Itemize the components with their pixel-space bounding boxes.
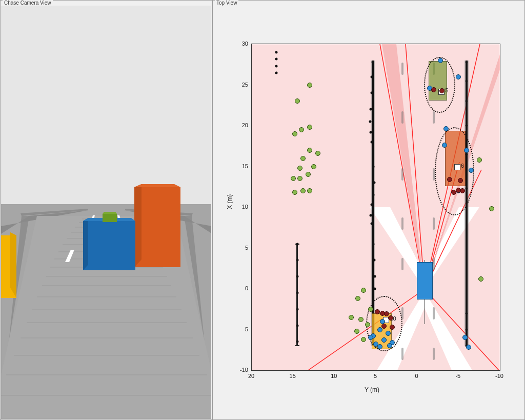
- detection-blue: [456, 74, 461, 79]
- detection-green: [349, 315, 354, 320]
- detection-black: [372, 194, 375, 196]
- detection-green: [307, 83, 312, 88]
- detection-black: [466, 61, 468, 63]
- detection-black: [370, 204, 373, 206]
- detection-black: [370, 214, 372, 216]
- top-view-plot[interactable]: Y (m) X (m) 20151050-5-10 -10-5051015202…: [213, 7, 524, 419]
- x-tick: -10: [495, 373, 503, 379]
- detection-green: [292, 131, 297, 136]
- detection-blue: [462, 335, 468, 340]
- detection-red: [375, 309, 380, 314]
- chase-camera-view[interactable]: [1, 6, 211, 419]
- detection-green: [354, 329, 359, 334]
- panel-top-title: Top View: [215, 0, 238, 6]
- detection-blue: [386, 331, 391, 336]
- detection-green: [358, 317, 364, 322]
- x-tick: 20: [248, 373, 254, 379]
- detection-blue: [466, 345, 471, 350]
- detection-green: [478, 276, 483, 282]
- detection-red: [388, 315, 393, 321]
- detection-black: [296, 324, 298, 327]
- detection-green: [489, 206, 494, 211]
- panel-top-view: Top View Y (m) X (m) 20151050-5-10 -10-5…: [212, 0, 525, 420]
- detection-black: [370, 141, 373, 143]
- detection-black: [370, 108, 372, 111]
- detection-blue: [381, 337, 387, 343]
- detection-black: [296, 275, 298, 278]
- lane-dash: [433, 111, 435, 124]
- root: Chase Camera View: [0, 0, 525, 420]
- detection-black: [371, 61, 374, 63]
- lane-dash: [401, 258, 403, 270]
- lane-dash: [433, 348, 435, 360]
- y-tick: 10: [234, 204, 248, 210]
- lane-dash: [433, 307, 435, 319]
- track-label: 6: [461, 163, 464, 169]
- detection-black: [370, 92, 373, 94]
- detection-green: [300, 188, 306, 193]
- track-marker: [454, 164, 460, 170]
- track-ellipse: [424, 57, 455, 112]
- detection-green: [311, 164, 316, 169]
- svg-marker-35: [83, 221, 135, 270]
- detection-green: [361, 337, 366, 342]
- detection-black: [296, 308, 298, 310]
- detection-black: [275, 71, 278, 74]
- detection-black: [374, 288, 376, 290]
- detection-green: [306, 172, 311, 177]
- svg-marker-38: [103, 214, 117, 222]
- detection-black: [374, 275, 376, 278]
- detection-green: [307, 148, 312, 153]
- detection-green: [365, 322, 370, 327]
- detection-black: [370, 131, 372, 133]
- detection-blue: [464, 148, 469, 153]
- axes-area[interactable]: 5610: [251, 44, 500, 371]
- chase-vehicles-svg: [1, 6, 211, 419]
- detection-green: [297, 176, 302, 181]
- detection-red: [381, 324, 387, 329]
- detection-black: [372, 165, 375, 168]
- detection-red: [431, 87, 436, 92]
- detection-green: [368, 307, 373, 312]
- detection-red: [447, 177, 452, 182]
- detection-black: [466, 100, 468, 103]
- y-tick: 0: [234, 285, 248, 291]
- detection-black: [466, 312, 468, 314]
- x-tick: 10: [331, 373, 337, 379]
- detection-red: [458, 178, 463, 183]
- panel-chase-camera: Chase Camera View: [0, 0, 212, 420]
- detection-black: [466, 125, 468, 127]
- svg-marker-36: [83, 218, 88, 270]
- detection-black: [275, 51, 278, 53]
- detection-black: [466, 153, 468, 155]
- detection-black: [296, 259, 298, 262]
- x-tick: 0: [415, 373, 418, 379]
- detection-green: [300, 156, 306, 161]
- lane-dash: [401, 63, 403, 75]
- detection-black: [373, 259, 375, 262]
- detection-green: [315, 151, 320, 156]
- detection-blue: [387, 343, 392, 348]
- detection-blue: [377, 344, 382, 349]
- detection-red: [439, 88, 445, 93]
- detection-green: [361, 288, 366, 293]
- detection-blue: [469, 168, 474, 173]
- svg-marker-33: [134, 184, 142, 267]
- detection-black: [466, 328, 468, 331]
- detection-red: [456, 188, 461, 193]
- x-tick: -5: [455, 373, 460, 379]
- detection-green: [292, 190, 297, 195]
- detection-black: [296, 243, 298, 245]
- x-tick: 5: [374, 373, 377, 379]
- svg-marker-43: [418, 291, 472, 370]
- lane-dash: [433, 258, 435, 270]
- y-tick: 30: [234, 41, 248, 47]
- detection-black: [296, 341, 298, 343]
- panel-chase-title: Chase Camera View: [3, 0, 53, 6]
- detection-black: [372, 243, 375, 245]
- detection-green: [295, 98, 300, 104]
- y-tick: 25: [234, 82, 248, 88]
- x-axis-label: Y (m): [365, 386, 379, 393]
- ego-vehicle: [417, 262, 433, 299]
- detection-blue: [380, 319, 385, 324]
